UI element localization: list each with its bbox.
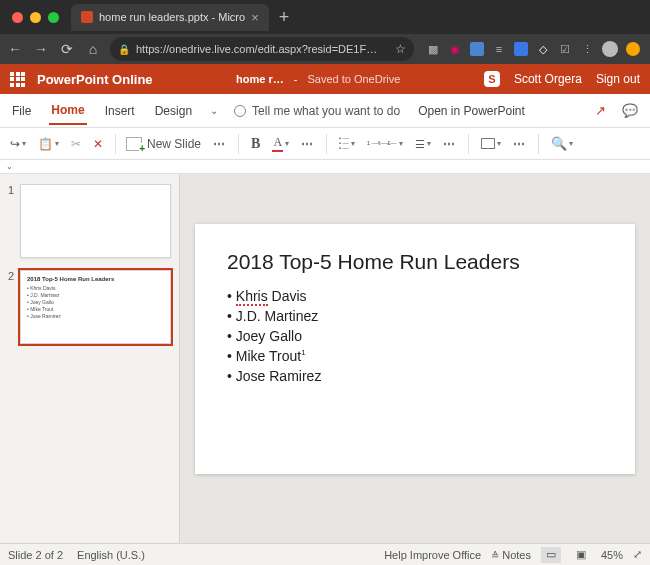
new-slide-label: New Slide — [147, 137, 201, 151]
numbering-button[interactable]: ▾ — [365, 137, 405, 150]
fit-button[interactable]: ⤢ — [633, 548, 642, 561]
list-item[interactable]: Jose Ramirez — [227, 368, 603, 384]
separator — [238, 134, 239, 154]
list-item[interactable]: J.D. Martinez — [227, 308, 603, 324]
slide-title[interactable]: 2018 Top-5 Home Run Leaders — [227, 250, 603, 274]
numbering-icon — [367, 141, 397, 146]
app-name: PowerPoint Online — [37, 72, 153, 87]
editor-area: 1 2 2018 Top-5 Home Run Leaders • Khris … — [0, 174, 650, 543]
slide-canvas-area[interactable]: 2018 Top-5 Home Run Leaders Khris Davis … — [180, 174, 650, 543]
close-tab-icon[interactable]: × — [251, 10, 259, 25]
slide-counter[interactable]: Slide 2 of 2 — [8, 549, 63, 561]
tab-insert[interactable]: Insert — [103, 98, 137, 124]
user-name[interactable]: Scott Orgera — [514, 72, 582, 86]
profile-dot[interactable] — [626, 42, 640, 56]
undo-button[interactable]: ↩▾ — [8, 135, 28, 153]
url-text: https://onedrive.live.com/edit.aspx?resi… — [136, 43, 389, 55]
new-slide-icon — [126, 137, 142, 151]
bold-button[interactable]: B — [249, 134, 262, 154]
more-slide-options[interactable]: ⋯ — [211, 135, 228, 153]
ext-icon[interactable]: ▩ — [426, 42, 440, 56]
comments-icon[interactable]: 💬 — [620, 101, 640, 121]
separator — [326, 134, 327, 154]
menu-icon[interactable]: ⋮ — [580, 42, 594, 56]
open-in-app-link[interactable]: Open in PowerPoint — [416, 98, 527, 124]
tell-me-search[interactable]: Tell me what you want to do — [234, 104, 400, 118]
more-drawing-options[interactable]: ⋯ — [511, 135, 528, 153]
language-status[interactable]: English (U.S.) — [77, 549, 145, 561]
ext-icon[interactable]: ≡ — [492, 42, 506, 56]
list-item[interactable]: Khris Davis — [227, 288, 603, 304]
powerpoint-favicon — [81, 11, 93, 23]
separator — [468, 134, 469, 154]
slide-thumb-1[interactable] — [20, 184, 171, 258]
app-launcher-icon[interactable] — [10, 72, 25, 87]
tell-me-label: Tell me what you want to do — [252, 104, 400, 118]
list-item[interactable]: Joey Gallo — [227, 328, 603, 344]
forward-icon[interactable]: → — [32, 41, 50, 57]
ext-icon[interactable]: ◇ — [536, 42, 550, 56]
skype-icon[interactable]: S — [484, 71, 500, 87]
notes-toggle[interactable]: ≙ Notes — [491, 549, 531, 561]
shapes-button[interactable]: ▾ — [479, 136, 503, 151]
more-font-options[interactable]: ⋯ — [299, 135, 316, 153]
align-icon — [415, 137, 425, 151]
help-improve-link[interactable]: Help Improve Office — [384, 549, 481, 561]
app-header: PowerPoint Online home r… - Saved to One… — [0, 64, 650, 94]
font-color-button[interactable]: A▾ — [270, 133, 291, 154]
slide-thumb-2[interactable]: 2018 Top-5 Home Run Leaders • Khris Davi… — [20, 270, 171, 344]
save-status: Saved to OneDrive — [307, 73, 400, 85]
thumb-line: • Khris Davis — [27, 285, 164, 292]
share-icon[interactable]: ↗ — [590, 101, 610, 121]
thumb-number: 1 — [8, 184, 16, 258]
ext-icon[interactable]: ◉ — [448, 42, 462, 56]
ribbon: ↩▾ 📋▾ ✂ ✕ New Slide ⋯ B A▾ ⋯ ▾ ▾ ▾ ⋯ ▾ ⋯… — [0, 128, 650, 160]
substrip-chevron-icon[interactable]: ⌄ — [6, 162, 13, 171]
reload-icon[interactable]: ⟳ — [58, 41, 76, 57]
ext-icon[interactable] — [470, 42, 484, 56]
cut-button[interactable]: ✂ — [69, 135, 83, 153]
new-slide-button[interactable]: New Slide — [126, 137, 201, 151]
thumb-line: • Jose Ramirez — [27, 313, 164, 320]
bullets-button[interactable]: ▾ — [337, 134, 357, 153]
save-dash: - — [294, 73, 298, 85]
thumb-line: • Joey Gallo — [27, 299, 164, 306]
slideshow-view-button[interactable]: ▣ — [571, 547, 591, 563]
bookmark-icon[interactable]: ☆ — [395, 42, 406, 56]
zoom-level[interactable]: 45% — [601, 549, 623, 561]
slide-bullet-list[interactable]: Khris Davis J.D. Martinez Joey Gallo Mik… — [227, 288, 603, 384]
document-name[interactable]: home r… — [236, 73, 284, 85]
thumb-line: • Mike Trout — [27, 306, 164, 313]
align-button[interactable]: ▾ — [413, 135, 433, 153]
bullets-icon — [339, 136, 349, 151]
normal-view-button[interactable]: ▭ — [541, 547, 561, 563]
sign-out-link[interactable]: Sign out — [596, 72, 640, 86]
tab-home[interactable]: Home — [49, 97, 86, 125]
lock-icon: 🔒 — [118, 44, 130, 55]
window-controls[interactable] — [4, 12, 67, 23]
separator — [538, 134, 539, 154]
browser-tab[interactable]: home run leaders.pptx - Micro × — [71, 4, 269, 31]
browser-address-bar: ← → ⟳ ⌂ 🔒 https://onedrive.live.com/edit… — [0, 34, 650, 64]
extension-icons: ▩ ◉ ≡ ◇ ☑ ⋮ — [422, 41, 644, 57]
back-icon[interactable]: ← — [6, 41, 24, 57]
find-button[interactable]: 🔍▾ — [549, 134, 575, 153]
paste-button[interactable]: 📋▾ — [36, 135, 61, 153]
delete-button[interactable]: ✕ — [91, 135, 105, 153]
list-item[interactable]: Mike Trout1 — [227, 348, 603, 364]
thumb-title: 2018 Top-5 Home Run Leaders — [27, 276, 164, 282]
url-field[interactable]: 🔒 https://onedrive.live.com/edit.aspx?re… — [110, 37, 414, 61]
more-paragraph-options[interactable]: ⋯ — [441, 135, 458, 153]
shape-icon — [481, 138, 495, 149]
tab-design[interactable]: Design — [153, 98, 194, 124]
slide[interactable]: 2018 Top-5 Home Run Leaders Khris Davis … — [195, 224, 635, 474]
slide-thumbnails-panel: 1 2 2018 Top-5 Home Run Leaders • Khris … — [0, 174, 180, 543]
tab-file[interactable]: File — [10, 98, 33, 124]
home-icon[interactable]: ⌂ — [84, 41, 102, 57]
ext-icon[interactable]: ☑ — [558, 42, 572, 56]
new-tab-button[interactable]: + — [269, 7, 300, 28]
status-bar: Slide 2 of 2 English (U.S.) Help Improve… — [0, 543, 650, 565]
profile-avatar[interactable] — [602, 41, 618, 57]
ext-icon[interactable] — [514, 42, 528, 56]
more-tabs-chevron-icon[interactable]: ⌄ — [210, 105, 218, 116]
